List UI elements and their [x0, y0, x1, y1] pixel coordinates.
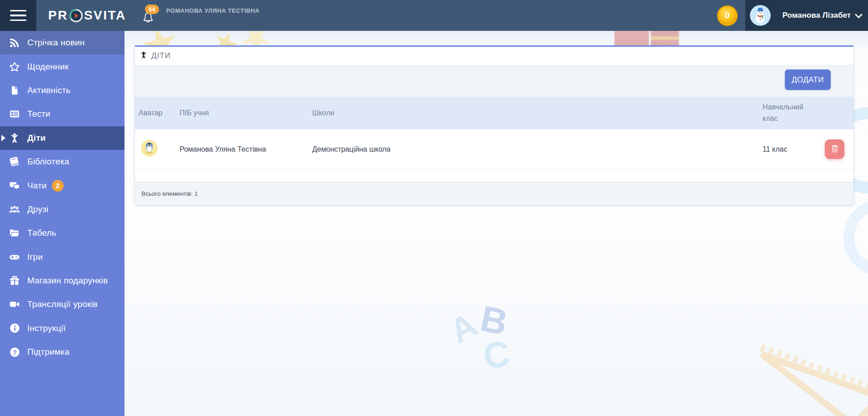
notifications-button[interactable]: 54 [142, 11, 155, 26]
sidebar-item-label: Діти [27, 133, 46, 143]
info-icon [8, 322, 21, 334]
books-watermark [614, 31, 649, 46]
table-row: Романова Уляна Тестівна Демонстраційна ш… [135, 129, 853, 169]
sidebar-item-label: Активність [27, 85, 70, 95]
table-empty-strip [135, 170, 853, 183]
table-footer-total: Всього елементів: 1 [135, 183, 853, 205]
child-actions-cell [813, 129, 853, 169]
sidebar-item-label: Ігри [27, 252, 43, 262]
sidebar-item-label: Друзі [27, 204, 49, 214]
sidebar-item-library[interactable]: Бібліотека [0, 150, 125, 173]
hamburger-menu-button[interactable] [0, 0, 36, 31]
rss-icon [8, 37, 21, 49]
letter-b-watermark: B [477, 297, 511, 344]
books-watermark [651, 31, 679, 46]
sidebar-item-label: Табель [27, 228, 56, 238]
child-header-icon [140, 51, 147, 61]
letter-a-watermark: A [443, 304, 484, 351]
panel-title: ДІТИ [151, 51, 171, 60]
sidebar-item-lesson-broadcasts[interactable]: Трансляції уроків [0, 292, 125, 316]
sidebar-item-games[interactable]: Ігри [0, 245, 125, 269]
panel-toolbar: ДОДАТИ [135, 65, 853, 97]
topbar: PR SVITA 54 РОМАНОВА УЛЯНА ТЕСТІВНА 0 [0, 0, 868, 31]
hamburger-icon [10, 10, 26, 12]
sidebar-item-label: Щоденник [27, 62, 69, 72]
add-child-button[interactable]: ДОДАТИ [785, 69, 831, 90]
child-icon [8, 132, 21, 144]
book-icon [8, 156, 21, 168]
app-logo[interactable]: PR SVITA [48, 8, 126, 23]
gamepad-icon [8, 251, 21, 263]
child-avatar-cell [135, 129, 176, 169]
sidebar-item-label: Інструкції [27, 323, 66, 333]
active-caret-icon [1, 135, 5, 141]
logo-text-pre: PR [48, 8, 68, 23]
sidebar-item-gift-shop[interactable]: Магазин подарунків [0, 269, 125, 292]
table-header-row: Аватар ПІБ учня Школи Навчальний клас [135, 97, 853, 129]
letter-c-watermark: C [481, 332, 513, 377]
sidebar-item-friends[interactable]: Друзі [0, 198, 125, 221]
child-name-cell: Романова Уляна Тестівна [176, 129, 309, 169]
chat-unread-badge: 2 [52, 180, 64, 192]
child-grade-cell: 11 клас [759, 129, 813, 169]
delete-child-button[interactable] [825, 139, 844, 159]
sidebar-item-news-feed[interactable]: Стрічка новин [0, 31, 125, 54]
user-avatar [750, 5, 771, 26]
notification-count-badge: 54 [145, 5, 159, 14]
chevron-down-icon [855, 12, 863, 20]
column-header-actions [813, 97, 853, 129]
sidebar-item-label: Трансляції уроків [27, 299, 98, 309]
children-table: Аватар ПІБ учня Школи Навчальний клас [135, 97, 853, 170]
video-camera-icon [8, 298, 21, 310]
user-menu[interactable]: Романова Лізабет [745, 0, 868, 31]
bell-icon [142, 18, 155, 26]
column-header-school: Школи [309, 97, 759, 129]
main-content: ★ ★ ★ A B C ДІТИ ДОДАТИ Аватар ПІБ учня [125, 31, 868, 416]
panel-header: ДІТИ [135, 47, 853, 65]
sidebar: Стрічка новин Щоденник Активність Тести … [0, 31, 125, 416]
sidebar-item-activity[interactable]: Активність [0, 79, 125, 102]
folder-open-icon [8, 227, 21, 239]
logo-text-post: SVITA [84, 8, 126, 23]
sidebar-item-report-card[interactable]: Табель [0, 221, 125, 245]
children-panel: ДІТИ ДОДАТИ Аватар ПІБ учня Школи Навчал… [135, 45, 853, 205]
sidebar-item-label: Тести [27, 109, 50, 119]
sidebar-item-label: Чати [27, 181, 47, 191]
snowman-avatar [750, 5, 771, 26]
sidebar-item-chats[interactable]: Чати 2 [0, 173, 125, 197]
circle-watermark [843, 199, 868, 276]
sidebar-item-label: Магазин подарунків [27, 276, 108, 286]
gift-icon [8, 275, 21, 287]
question-icon: ? [8, 346, 21, 358]
column-header-name: ПІБ учня [176, 97, 309, 129]
sidebar-item-instructions[interactable]: Інструкції [0, 317, 125, 340]
active-student-name: РОМАНОВА УЛЯНА ТЕСТІВНА [166, 7, 259, 14]
coins-count: 0 [725, 10, 730, 20]
list-indent-icon [8, 108, 21, 120]
penguin-avatar [141, 150, 158, 158]
sidebar-item-support[interactable]: ? Підтримка [0, 340, 125, 364]
svg-text:?: ? [13, 348, 17, 356]
column-header-avatar: Аватар [135, 97, 176, 129]
sidebar-item-children[interactable]: Діти [0, 126, 125, 150]
sidebar-item-label: Бібліотека [27, 157, 70, 167]
sidebar-item-diary[interactable]: Щоденник [0, 54, 125, 78]
file-icon [8, 84, 21, 96]
chat-bubbles-icon [8, 180, 21, 192]
ruler-watermark [755, 328, 868, 416]
child-school-cell: Демонстраційна школа [309, 129, 759, 169]
sidebar-item-label: Підтримка [27, 347, 70, 357]
sidebar-item-label: Стрічка новин [27, 38, 85, 48]
star-icon [8, 61, 21, 73]
play-logo-icon [69, 9, 83, 23]
user-name: Романова Лізабет [783, 11, 851, 20]
trash-icon [830, 144, 840, 155]
column-header-grade: Навчальний клас [759, 97, 813, 129]
coins-balance-badge: 0 [717, 5, 738, 26]
sidebar-item-tests[interactable]: Тести [0, 102, 125, 126]
users-icon [8, 203, 21, 215]
